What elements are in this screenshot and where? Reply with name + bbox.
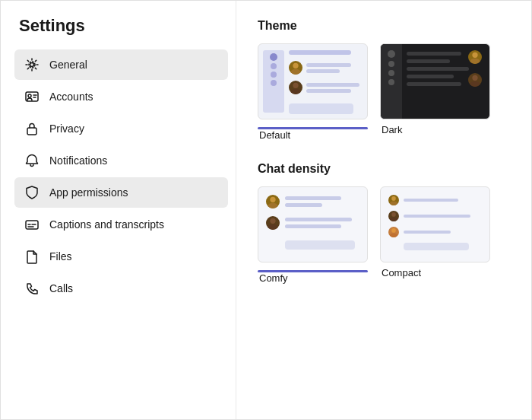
sidebar-item-notifications[interactable]: Notifications	[14, 145, 228, 176]
sidebar-item-general[interactable]: General	[14, 49, 228, 80]
theme-options: Default	[258, 43, 513, 141]
theme-dark-label: Dark	[380, 124, 402, 135]
shield-icon	[24, 184, 40, 201]
sidebar-label-privacy: Privacy	[49, 123, 84, 135]
dark-sidebar	[381, 44, 402, 119]
theme-default-label: Default	[258, 129, 290, 141]
settings-title: Settings	[14, 16, 228, 36]
theme-card-dark[interactable]: Dark	[380, 43, 490, 141]
gear-icon	[24, 56, 40, 73]
sidebar-item-captions[interactable]: Captions and transcripts	[14, 209, 228, 240]
svg-point-0	[30, 63, 34, 67]
svg-point-13	[470, 59, 480, 64]
phone-icon	[24, 280, 40, 297]
svg-point-9	[291, 69, 301, 75]
theme-section-title: Theme	[258, 19, 513, 33]
svg-point-3	[28, 94, 31, 97]
density-section-title: Chat density	[258, 162, 513, 176]
density-section: Chat density	[258, 162, 513, 284]
sidebar-item-privacy[interactable]: Privacy	[14, 113, 228, 144]
density-preview-compact	[380, 186, 490, 262]
theme-section: Theme	[258, 19, 513, 141]
svg-point-12	[472, 52, 477, 58]
svg-point-15	[470, 81, 480, 87]
svg-point-24	[391, 228, 396, 233]
svg-point-14	[472, 75, 477, 81]
density-compact-label: Compact	[380, 267, 421, 278]
theme-preview-default	[258, 43, 368, 119]
lock-icon	[24, 120, 40, 137]
sidebar-item-accounts[interactable]: Accounts	[14, 81, 228, 112]
sidebar-label-general: General	[49, 59, 87, 71]
sidebar-item-calls[interactable]: Calls	[14, 273, 228, 304]
sidebar-label-captions: Captions and transcripts	[49, 218, 164, 231]
bell-icon	[24, 152, 40, 169]
sidebar-label-app-permissions: App permissions	[49, 186, 128, 199]
sidebar-item-app-permissions[interactable]: App permissions	[14, 177, 228, 208]
sidebar-item-files[interactable]: Files	[14, 241, 228, 272]
sidebar-label-files: Files	[49, 250, 72, 262]
svg-point-21	[390, 201, 397, 205]
file-icon	[24, 248, 40, 265]
sidebar-label-accounts: Accounts	[49, 91, 93, 103]
svg-point-18	[270, 218, 275, 224]
svg-point-19	[268, 224, 278, 230]
svg-point-20	[391, 196, 396, 201]
theme-card-default[interactable]: Default	[258, 43, 368, 141]
density-options: Comfy	[258, 186, 513, 284]
theme-preview-dark	[380, 43, 490, 119]
density-card-comfy[interactable]: Comfy	[258, 186, 368, 284]
svg-point-10	[293, 83, 298, 88]
sidebar-label-notifications: Notifications	[49, 154, 107, 167]
captions-icon	[24, 216, 40, 233]
dark-avatars	[468, 50, 482, 87]
svg-point-22	[391, 212, 396, 217]
svg-point-8	[293, 63, 298, 68]
density-card-compact[interactable]: Compact	[380, 186, 490, 284]
svg-point-17	[268, 203, 278, 208]
svg-point-23	[390, 217, 397, 221]
main-content: Theme	[236, 1, 531, 419]
accounts-icon	[24, 88, 40, 105]
sidebar-label-calls: Calls	[49, 282, 73, 294]
svg-point-16	[270, 197, 275, 202]
sidebar: Settings General	[1, 1, 236, 419]
svg-point-25	[390, 233, 397, 237]
svg-rect-6	[27, 128, 36, 135]
svg-point-11	[291, 89, 301, 94]
density-comfy-label: Comfy	[258, 272, 288, 284]
density-preview-comfy	[258, 186, 368, 262]
